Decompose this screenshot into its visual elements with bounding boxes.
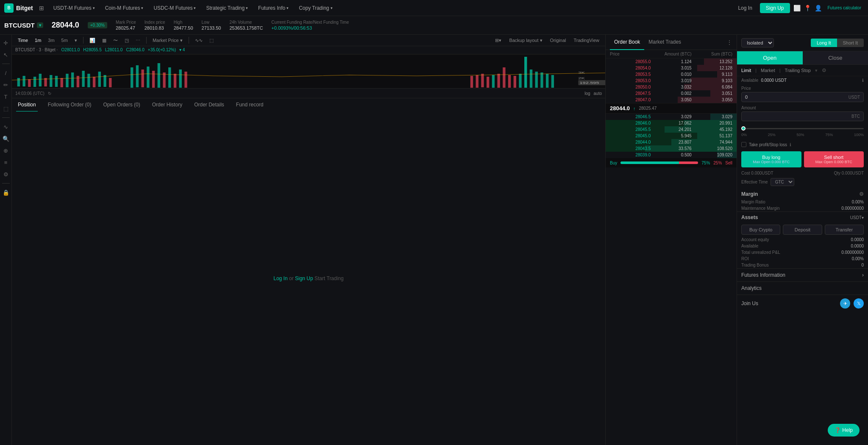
isolated-select[interactable]: Isolated Cross: [741, 38, 774, 47]
buy-order-row[interactable]: 28044.0 23.807 74.944: [606, 139, 737, 145]
help-button[interactable]: ❓ Help: [828, 424, 860, 437]
monitor-icon[interactable]: ⬜: [793, 5, 801, 11]
order-settings-icon[interactable]: ⚙: [822, 67, 826, 73]
user-icon[interactable]: 👤: [815, 5, 822, 11]
margin-settings-icon[interactable]: ⚙: [859, 191, 864, 197]
sell-order-row[interactable]: 28047.0 3.050 3.050: [606, 97, 737, 103]
line-tool[interactable]: /: [1, 68, 11, 78]
eff-time-select[interactable]: GTC IOC FOK: [771, 178, 794, 186]
signup-button[interactable]: Sign Up: [760, 3, 790, 13]
slider-thumb[interactable]: [741, 126, 746, 131]
nav-coin-futures[interactable]: Coin-M Futures ▾: [101, 3, 148, 13]
order-type-trailing[interactable]: Trailing Stop: [785, 68, 811, 73]
tp-sl-checkbox[interactable]: [741, 142, 746, 147]
interval-5m[interactable]: 5m: [59, 37, 70, 44]
sell-order-row[interactable]: 28047.5 0.002 3.051: [606, 90, 737, 97]
deposit-button[interactable]: Deposit: [783, 225, 822, 235]
order-book-menu[interactable]: ⋮: [726, 39, 732, 46]
sell-order-row[interactable]: 28053.0 3.019 9.103: [606, 78, 737, 84]
buy-order-row[interactable]: 28045.5 24.201 45.192: [606, 126, 737, 133]
buy-order-row[interactable]: 28045.0 5.945 51.137: [606, 133, 737, 139]
tab-order-book[interactable]: Order Book: [610, 35, 644, 50]
tab-position[interactable]: Position: [16, 98, 38, 112]
candle-icon[interactable]: 📊: [87, 37, 98, 44]
indicator-tool[interactable]: ∿: [1, 122, 11, 131]
settings-icon[interactable]: 📍: [804, 5, 811, 11]
tradingview-label[interactable]: TradingView: [571, 37, 602, 44]
original-label[interactable]: Original: [548, 37, 569, 44]
cursor-tool[interactable]: ↖: [1, 50, 11, 59]
long-it-button[interactable]: Long It: [811, 39, 837, 47]
market-price-select[interactable]: Market Price ▾: [150, 37, 185, 44]
chart-layout-icon[interactable]: ⊞▾: [492, 37, 504, 44]
tab-order-history[interactable]: Order History: [150, 98, 184, 112]
bar-chart-icon[interactable]: ▦: [100, 37, 109, 44]
sell-order-row[interactable]: 28053.5 0.010 9.113: [606, 71, 737, 78]
tp-sl-info-icon[interactable]: ℹ: [790, 142, 791, 147]
nav-copy-trading[interactable]: Copy Trading ▾: [295, 3, 337, 13]
order-type-limit[interactable]: Limit: [741, 68, 751, 73]
sell-order-row[interactable]: 28055.0 1.124 13.252: [606, 58, 737, 65]
settings-tool[interactable]: ⚙: [1, 170, 11, 179]
nav-usdt-futures[interactable]: USDT-M Futures ▾: [49, 3, 99, 13]
nav-strategic-trading[interactable]: Strategic Trading ▾: [202, 3, 252, 13]
auto-toggle[interactable]: auto: [594, 91, 602, 96]
twitter-button[interactable]: 𝕏: [854, 298, 864, 309]
grid-icon[interactable]: ⊞: [39, 5, 44, 11]
nav-futures-info[interactable]: Futures Info ▾: [254, 3, 293, 13]
buy-long-button[interactable]: Buy long Max Open 0.000 BTC: [741, 151, 801, 167]
login-button[interactable]: Log In: [734, 3, 756, 13]
futures-info-row[interactable]: Futures Information ›: [737, 268, 868, 281]
indicators-button[interactable]: ∿∿: [192, 37, 205, 44]
short-it-button[interactable]: Short It: [837, 39, 864, 47]
buy-order-row[interactable]: 28039.0 0.500 109.020: [606, 152, 737, 158]
futures-calculator-button[interactable]: Futures calculator: [825, 5, 864, 11]
templates-button[interactable]: ⬚: [207, 37, 216, 44]
tab-open-orders[interactable]: Open Orders (0): [101, 98, 142, 112]
backup-layout[interactable]: Backup layout ▾: [506, 37, 545, 44]
lock-tool[interactable]: 🔒: [1, 188, 11, 197]
transfer-button[interactable]: Transfer: [825, 225, 864, 235]
more-chart-icon[interactable]: ⋯: [133, 37, 143, 44]
open-button[interactable]: Open: [737, 51, 803, 64]
interval-1m[interactable]: 1m: [32, 37, 44, 44]
signup-link[interactable]: Sign Up: [295, 275, 313, 281]
draw-tool[interactable]: ✏: [1, 80, 11, 89]
sell-order-row[interactable]: 28050.0 3.032 6.084: [606, 84, 737, 90]
amount-input[interactable]: BTC: [741, 111, 864, 121]
interval-more[interactable]: ▾: [72, 37, 80, 44]
svg-rect-131: [179, 70, 182, 88]
price-input[interactable]: 0 USDT: [741, 92, 864, 102]
tab-fund-record[interactable]: Fund record: [234, 98, 265, 112]
zoom-tool[interactable]: 🔍: [1, 134, 11, 143]
measure-tool[interactable]: ⬚: [1, 104, 11, 113]
buy-order-row[interactable]: 28043.5 33.576 108.520: [606, 145, 737, 152]
assets-unit[interactable]: USDT▾: [850, 215, 864, 220]
available-info-icon[interactable]: ℹ: [862, 78, 864, 83]
tab-market-trades[interactable]: Market Trades: [644, 35, 685, 50]
interval-3m[interactable]: 3m: [45, 37, 57, 44]
login-link[interactable]: Log In: [273, 275, 287, 281]
buy-crypto-button[interactable]: Buy Crypto: [741, 225, 780, 235]
nav-usdc-futures[interactable]: USDC-M Futures ▾: [149, 3, 200, 13]
crosshair-tool[interactable]: ✛: [1, 38, 11, 47]
line-chart-icon[interactable]: 〜: [111, 36, 120, 44]
sell-short-button[interactable]: Sell short Max Open 0.000 BTC: [804, 151, 864, 167]
buy-order-row[interactable]: 28046.0 17.062 20.991: [606, 120, 737, 126]
pair-name[interactable]: BTCUSDT ▾: [4, 22, 43, 29]
buy-order-row[interactable]: 28046.5 3.029 3.029: [606, 114, 737, 120]
log-toggle[interactable]: log: [584, 91, 590, 96]
magnet-tool[interactable]: ⊕: [1, 146, 11, 155]
tab-following-order[interactable]: Following Order (0): [46, 98, 93, 112]
area-chart-icon[interactable]: ◳: [122, 37, 131, 44]
order-type-market[interactable]: Market: [761, 68, 775, 73]
layers-tool[interactable]: ≡: [1, 158, 11, 167]
telegram-button[interactable]: ✈: [840, 298, 850, 309]
text-tool[interactable]: T: [1, 92, 11, 101]
tab-order-details[interactable]: Order Details: [192, 98, 226, 112]
close-button[interactable]: Close: [803, 51, 868, 64]
sell-order-row[interactable]: 28054.0 3.015 12.128: [606, 65, 737, 71]
tool-divider-2: [2, 117, 10, 118]
chart-refresh-icon[interactable]: ↻: [48, 91, 51, 96]
amount-slider[interactable]: 0% 25% 50% 75% 100%: [737, 123, 868, 140]
